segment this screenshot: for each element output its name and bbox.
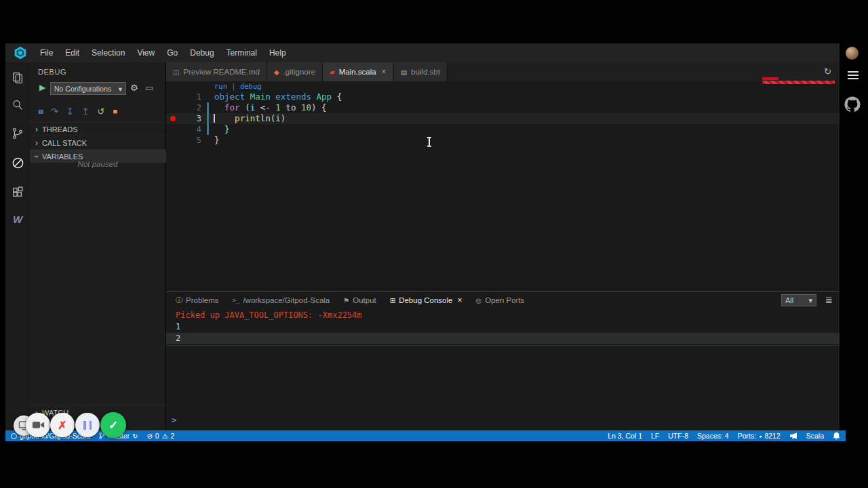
console-row[interactable]: Picked up JAVA_TOOL_OPTIONS: -Xmx2254m — [166, 310, 840, 321]
notifications-bell-icon[interactable] — [833, 432, 840, 440]
file-icon: ◫ — [173, 68, 179, 76]
console-filter-value: All — [785, 296, 793, 304]
console-row[interactable]: 2 — [166, 333, 840, 344]
sync-icon[interactable]: ↻ — [824, 66, 831, 77]
indentation-indicator[interactable]: Spaces: 4 — [697, 432, 729, 440]
search-icon[interactable] — [10, 98, 25, 113]
code-line[interactable]: 2 for (i <- 1 to 10) { — [166, 102, 840, 113]
code-token: ) { — [311, 102, 327, 113]
activity-bar: W — [5, 62, 30, 430]
problems-indicator[interactable]: ⊘ 0 ⚠ 2 — [146, 432, 174, 440]
panel-tab--workspace-gitpod-scala[interactable]: >_/workspace/Gitpod-Scala — [226, 292, 337, 308]
open-view-icon[interactable]: ▭ — [145, 83, 153, 93]
encoding-indicator[interactable]: UTF-8 — [668, 432, 688, 440]
console-filter-dropdown[interactable]: All ▾ — [781, 294, 816, 306]
configure-gear-icon[interactable]: ⚙ — [130, 83, 138, 93]
pause-icon[interactable]: ▮▮ — [38, 108, 43, 115]
panel-tab-debug-console[interactable]: ⊞Debug Console× — [383, 292, 469, 308]
panel-tab-output[interactable]: ⚑Output — [336, 292, 383, 308]
editor-tab[interactable]: ◫Preview README.md — [166, 62, 267, 81]
editor-tab[interactable]: ◆.gitignore — [267, 62, 323, 81]
configurations-dropdown[interactable]: No Configurations ▾ — [50, 82, 126, 95]
stop-icon[interactable]: ■ — [113, 107, 117, 115]
menu-item-debug[interactable]: Debug — [184, 43, 220, 62]
errors-icon: ⊘ — [146, 432, 152, 440]
codelens-debug-link[interactable]: debug — [240, 82, 262, 90]
cancel-recording-button[interactable]: ✗ — [50, 413, 75, 437]
breakpoint-icon[interactable] — [170, 116, 176, 121]
debug-console-output: Picked up JAVA_TOOL_OPTIONS: -Xmx2254m12 — [166, 308, 840, 346]
language-indicator[interactable]: Scala — [806, 432, 824, 440]
step-into-icon[interactable]: ↧ — [66, 106, 74, 117]
menu-item-terminal[interactable]: Terminal — [220, 43, 263, 62]
section-label: CALL STACK — [42, 139, 87, 147]
confirm-recording-button[interactable]: ✓ — [100, 412, 126, 438]
panel-tab-open-ports[interactable]: ◎Open Ports — [469, 292, 531, 308]
debug-icon[interactable] — [10, 155, 25, 170]
github-icon[interactable] — [844, 96, 861, 113]
panel-tab-icon: ◎ — [475, 297, 481, 304]
code-line[interactable]: 5} — [166, 135, 840, 146]
menu-item-view[interactable]: View — [131, 43, 161, 62]
status-bar: gitpod-io/Gitpod-Scala master ↻ ⊘ 0 ⚠ 2 … — [5, 430, 846, 441]
panel-tab-label: Open Ports — [485, 296, 524, 304]
close-icon[interactable]: × — [457, 296, 462, 305]
code-token: } — [214, 124, 230, 134]
menu-items: FileEditSelectionViewGoDebugTerminalHelp — [34, 43, 292, 62]
ports-value: 8212 — [764, 432, 780, 440]
panel-tab-label: Output — [353, 296, 376, 304]
camera-button[interactable] — [26, 413, 50, 437]
section-call-stack[interactable]: › CALL STACK — [30, 136, 166, 149]
editor-tabs: ◫Preview README.md◆.gitignore▰Main.scala… — [166, 62, 840, 81]
codelens: run | debug — [166, 81, 262, 92]
extensions-icon[interactable] — [10, 184, 25, 199]
workspaces-icon[interactable]: W — [10, 211, 25, 226]
step-out-icon[interactable]: ↥ — [82, 106, 90, 117]
sync-icon: ↻ — [132, 432, 138, 440]
eol-indicator[interactable]: LF — [651, 432, 659, 440]
code-line[interactable]: 4 } — [166, 124, 840, 135]
editor-tab[interactable]: ▰Main.scala× — [323, 62, 394, 81]
section-threads[interactable]: › THREADS — [30, 122, 166, 136]
debug-console-input[interactable]: > — [172, 414, 834, 426]
ports-indicator[interactable]: Ports: ● 8212 — [738, 432, 781, 440]
start-debug-button[interactable]: ▶ — [39, 83, 45, 92]
source-control-icon[interactable] — [10, 126, 25, 141]
section-watch[interactable]: › WATCH — [30, 405, 166, 419]
menu-item-selection[interactable]: Selection — [85, 43, 131, 62]
chevron-right-icon: › — [35, 138, 38, 148]
user-avatar[interactable] — [846, 47, 859, 60]
pause-recording-button[interactable] — [75, 413, 100, 437]
progress-tag — [762, 77, 778, 80]
code-text: for (i <- 1 to 10) { — [209, 102, 327, 113]
feedback-megaphone-icon[interactable] — [789, 432, 797, 439]
section-label: THREADS — [42, 125, 78, 134]
cursor-position[interactable]: Ln 3, Col 1 — [608, 432, 642, 440]
editor-tab-label: Main.scala — [339, 68, 376, 76]
menu-item-file[interactable]: File — [34, 43, 59, 62]
glyph-margin[interactable] — [166, 113, 182, 124]
glyph-margin[interactable] — [166, 102, 182, 113]
code-token — [311, 92, 317, 102]
code-line[interactable]: 1object Main extends App { — [166, 92, 840, 102]
step-over-icon[interactable]: ↷ — [51, 106, 58, 117]
variables-empty-message: Not paused — [30, 160, 165, 168]
menu-item-help[interactable]: Help — [263, 43, 292, 62]
console-row[interactable]: 1 — [166, 321, 840, 333]
editor-tab[interactable]: ▤build.sbt — [394, 62, 448, 81]
panel-settings-icon[interactable]: ≣ — [825, 295, 833, 305]
code-line[interactable]: 3 println(i) — [166, 113, 840, 124]
panel-tab-problems[interactable]: ⓘProblems — [169, 292, 226, 308]
menu-item-edit[interactable]: Edit — [59, 43, 85, 62]
close-icon[interactable]: × — [382, 67, 387, 77]
glyph-margin[interactable] — [166, 135, 182, 146]
glyph-margin[interactable] — [166, 124, 182, 135]
restart-icon[interactable]: ↺ — [98, 106, 105, 117]
chevron-right-icon: › — [35, 125, 38, 134]
glyph-margin[interactable] — [166, 92, 182, 102]
menu-item-go[interactable]: Go — [161, 43, 184, 62]
codelens-divider: | — [227, 82, 240, 90]
codelens-run-link[interactable]: run — [214, 82, 227, 90]
hamburger-menu-icon[interactable] — [848, 71, 859, 81]
explorer-icon[interactable] — [10, 70, 25, 85]
